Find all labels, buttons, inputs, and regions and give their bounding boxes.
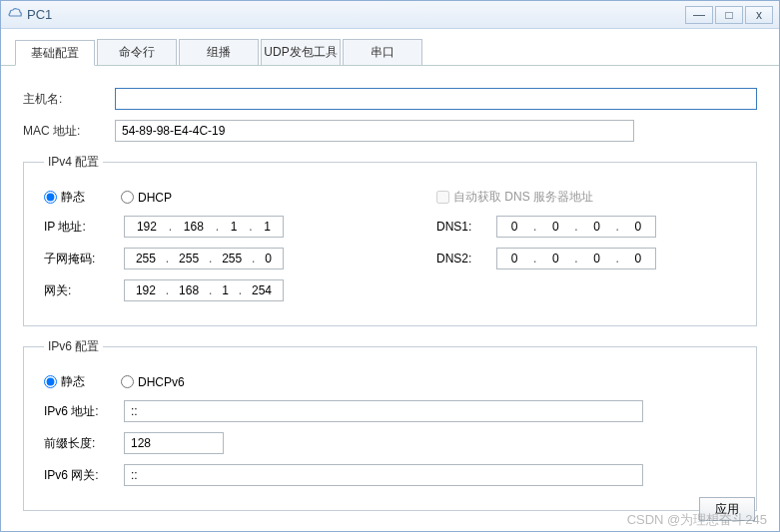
tab-command-line[interactable]: 命令行 (97, 39, 177, 65)
window-title: PC1 (27, 7, 685, 22)
gateway-label: 网关: (44, 282, 124, 299)
ipv4-static-radio[interactable]: 静态 (44, 189, 85, 206)
tab-serial[interactable]: 串口 (343, 39, 422, 65)
app-icon (7, 7, 23, 23)
ipv6-gw-label: IPv6 网关: (44, 467, 124, 484)
minimize-button[interactable]: — (685, 6, 713, 24)
ipv6-prefix-label: 前缀长度: (44, 435, 124, 452)
ipv4-dhcp-radio[interactable]: DHCP (121, 191, 172, 205)
tab-bar: 基础配置 命令行 组播 UDP发包工具 串口 (1, 29, 779, 66)
close-button[interactable]: x (745, 6, 773, 24)
gateway-input[interactable]: 192.168.1.254 (124, 279, 284, 301)
mask-label: 子网掩码: (44, 251, 124, 267)
mac-input[interactable] (115, 120, 634, 142)
auto-dns-checkbox[interactable]: 自动获取 DNS 服务器地址 (436, 189, 593, 206)
hostname-input[interactable] (115, 88, 757, 110)
ipv6-prefix-input[interactable] (124, 432, 224, 454)
tab-multicast[interactable]: 组播 (179, 39, 259, 65)
tab-udp-tool[interactable]: UDP发包工具 (261, 39, 341, 65)
ipv4-legend: IPv4 配置 (44, 154, 103, 171)
apply-button[interactable]: 应用 (699, 497, 755, 521)
ipv6-static-radio[interactable]: 静态 (44, 373, 85, 390)
bottom-bar: 应用 (699, 497, 755, 521)
ipv4-fieldset: IPv4 配置 静态 DHCP IP 地址: 192.168.1.1 子网掩码:… (23, 154, 757, 326)
dns1-input[interactable]: 0.0.0.0 (496, 216, 656, 238)
config-panel: 主机名: MAC 地址: IPv4 配置 静态 DHCP IP 地址: 192.… (1, 66, 779, 523)
hostname-label: 主机名: (23, 91, 115, 108)
ipv6-addr-label: IPv6 地址: (44, 403, 124, 420)
ipv6-gateway-input[interactable] (124, 464, 643, 486)
titlebar: PC1 — □ x (1, 1, 779, 29)
ip-label: IP 地址: (44, 219, 124, 236)
window-buttons: — □ x (685, 6, 773, 24)
tab-basic-config[interactable]: 基础配置 (15, 40, 95, 66)
ipv6-fieldset: IPv6 配置 静态 DHCPv6 IPv6 地址: 前缀长度: IPv6 网关… (23, 338, 757, 511)
mac-label: MAC 地址: (23, 123, 115, 140)
subnet-mask-input[interactable]: 255.255.255.0 (124, 248, 284, 269)
ipv6-dhcp-radio[interactable]: DHCPv6 (121, 375, 185, 389)
ipv6-legend: IPv6 配置 (44, 338, 103, 355)
ip-address-input[interactable]: 192.168.1.1 (124, 216, 284, 238)
app-window: PC1 — □ x 基础配置 命令行 组播 UDP发包工具 串口 主机名: MA… (0, 0, 780, 532)
dns2-label: DNS2: (436, 252, 496, 266)
ipv6-address-input[interactable] (124, 400, 643, 422)
dns1-label: DNS1: (436, 220, 496, 234)
maximize-button[interactable]: □ (715, 6, 743, 24)
dns2-input[interactable]: 0.0.0.0 (496, 248, 656, 269)
